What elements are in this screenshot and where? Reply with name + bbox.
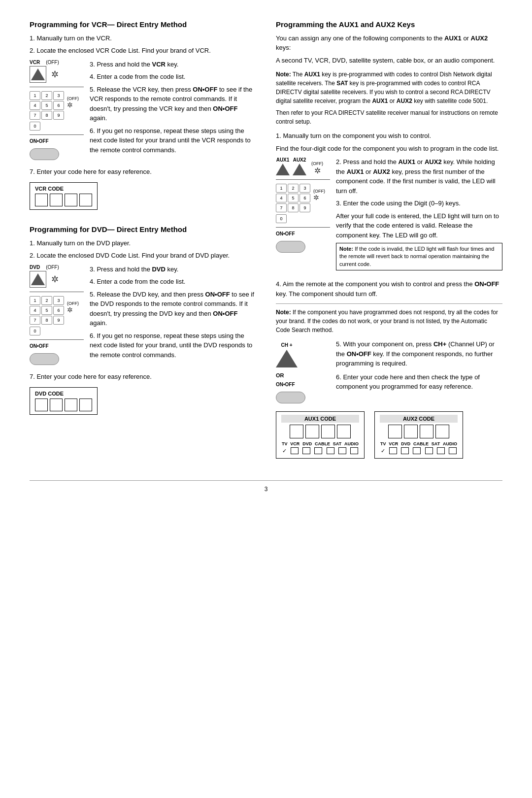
dvd-key-labels: DVD (OFF) [30,265,59,270]
dvd-numpad-container: 1 2 3 4 5 6 7 8 [30,296,64,335]
dvd-sq1[interactable] [35,399,48,411]
off-label2: (OFF) [67,96,79,101]
aux2-cb-vcr[interactable] [401,447,409,454]
aux-numpad-zero-row: 0 [276,213,310,223]
dvd-step1: 1. Manually turn on the DVD player. [30,238,256,248]
dvd-key-6: 6 [53,306,64,315]
aux-note3-text: Note: If the code is invalid, the LED li… [339,246,494,267]
aux-title: Programming the AUX1 and AUX2 Keys [276,20,502,30]
vcr-sq2[interactable] [50,194,63,206]
aux-step4-text: 3. Enter the code using the Digit (0–9) … [336,199,502,208]
aux2-label: AUX2 [293,157,306,163]
dvd-off-star: ✲ [67,306,79,314]
page-layout: Programming for VCR— Direct Entry Method… [30,20,502,470]
dvd-step3-text: 3. Press and hold the DVD key. [90,265,256,274]
aux-numpad-row3: 7 8 9 [276,203,310,212]
aux1-cb-sat[interactable] [338,447,346,454]
dvd-key-0: 0 [30,327,40,335]
aux2-cb-dvd[interactable] [413,447,421,454]
aux1-sq2[interactable] [305,425,319,438]
aux-key-8: 8 [288,203,299,212]
aux2-sq1[interactable] [388,425,402,438]
dvd-off-label2: (OFF) [67,301,79,306]
dvd-numpad-zero-row: 0 [30,326,64,335]
vcr-key [30,66,46,83]
aux2-cb-sat[interactable] [437,447,445,454]
aux1-sq3[interactable] [321,425,335,438]
aux1-comp-dvd: DVD [302,441,312,446]
vcr-code-entry: VCR CODE [30,182,98,210]
dvd-sq3[interactable] [65,399,77,411]
dvd-key-3: 3 [53,296,64,305]
dvd-sq2[interactable] [50,399,63,411]
aux1-code-title: AUX1 CODE [281,415,359,423]
aux1-comp-labels: TV VCR DVD CABLE SAT AUDIO [281,441,359,446]
aux-step5-text: 5. With your component on, press CH+ (Ch… [336,339,502,368]
aux-step-aim: 4. Aim the remote at the component you w… [276,279,502,299]
vcr-code-label: VCR CODE [35,186,92,192]
off-indicator-group: (OFF) ✲ [67,96,79,109]
aux1-cb-dvd[interactable] [314,447,322,454]
ch-plus-diagram: CH + OR ON•OFF [276,339,330,406]
aux1-comp-vcr: VCR [290,441,299,446]
vcr-step5-text: 5. Release the VCR key, then press ON•OF… [90,85,256,123]
dvd-off-label: (OFF) [46,265,59,270]
aux2-comp-sat: SAT [432,441,440,446]
aux-numpad-row1: 1 2 3 [276,184,310,193]
numpad-row3: 7 8 9 [30,111,64,120]
aux2-triangle [293,164,306,175]
aux-component-desc: A second TV, VCR, DVD, satellite system,… [276,56,502,66]
vcr-sq3[interactable] [65,194,77,206]
aux1-comp-audio: AUDIO [344,441,359,446]
key-9: 9 [53,111,64,120]
right-column: Programming the AUX1 and AUX2 Keys You c… [276,20,502,470]
vcr-step7: 7. Enter your code here for easy referen… [30,167,256,177]
aux-step5-diagram: CH + OR ON•OFF 5. With your component on… [276,339,502,406]
aux1-checkboxes: ✓ [281,447,359,454]
dvd-divider1 [30,292,84,292]
vcr-step1: 1. Manually turn on the VCR. [30,33,256,43]
dvd-numpad-row3: 7 8 9 [30,316,64,325]
vcr-key-label: VCR [30,60,40,65]
aux2-cb-tv[interactable] [389,447,397,454]
dvd-key-2: 2 [41,296,52,305]
dvd-off-indicator-group: (OFF) ✲ [67,301,79,314]
dvd-key-9: 9 [53,316,64,325]
aux1-sq1[interactable] [290,425,303,438]
vcr-sq1[interactable] [35,194,48,206]
aux2-cb-audio[interactable] [449,447,457,454]
dvd-step7: 7. Enter your code here for easy referen… [30,372,256,382]
aux2-cb-cable[interactable] [425,447,433,454]
numpad-row1: 1 2 3 [30,91,64,100]
vcr-sq4[interactable] [79,194,92,206]
dvd-step6-text: 6. If you get no response, repeat these … [90,331,256,360]
aux1-cb-vcr[interactable] [302,447,310,454]
aux1-comp-cable: CABLE [315,441,330,446]
aux-numpad-row2: 4 5 6 [276,194,310,202]
key-7: 7 [30,111,40,120]
aux-off-group: (OFF) ✲ [311,161,323,175]
aux2-sq3[interactable] [420,425,433,438]
ch-onoff-button [276,392,305,403]
aux2-comp-tv: TV [380,441,386,446]
aux-key-3: 3 [299,184,310,193]
aux-step3-text: 2. Press and hold the AUX1 or AUX2 key. … [336,157,502,196]
aux1-cb-audio[interactable] [350,447,358,454]
aux-note4-text: Note: If the component you have programm… [276,308,502,334]
aux2-comp-vcr: VCR [389,441,398,446]
vcr-steps-text: 3. Press and hold the VCR key. 4. Enter … [90,60,256,163]
dvd-code-entry: DVD CODE [30,387,98,415]
aux2-sq4[interactable] [435,425,449,438]
vcr-off-label: (OFF) [46,60,59,65]
dvd-title: Programming for DVD— Direct Entry Method [30,225,256,234]
aux1-cb-cable[interactable] [327,447,334,454]
aux2-key-group: AUX2 [293,157,306,175]
aux2-sq2[interactable] [404,425,418,438]
aux-off-label: (OFF) [311,161,323,166]
aux1-cb-tv[interactable] [291,447,299,454]
aux1-sq4[interactable] [337,425,351,438]
or-label: OR [276,372,284,378]
vcr-step3-text: 3. Press and hold the VCR key. [90,60,256,69]
dvd-sq4[interactable] [79,399,92,411]
dvd-key-label: DVD [30,265,40,270]
